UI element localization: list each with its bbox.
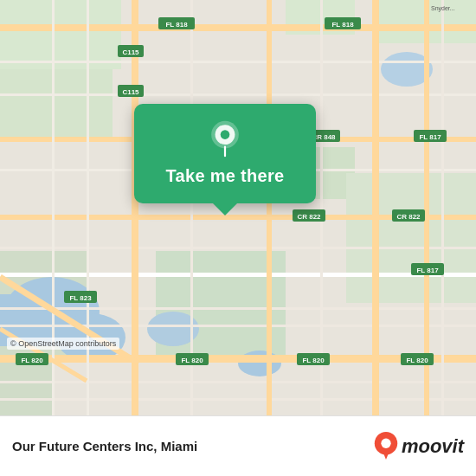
svg-text:C115: C115 [122,88,139,96]
svg-rect-2 [0,69,113,138]
bottom-bar: Our Future Centers Inc, Miami moovit [0,415,476,476]
svg-text:Snyder...: Snyder... [431,5,455,12]
svg-rect-8 [346,173,476,303]
svg-rect-22 [0,93,476,96]
map-svg: FL 818 FL 818 C115 C115 CR 848 FL 817 CR… [0,0,476,415]
svg-rect-1 [0,0,121,69]
svg-rect-28 [0,398,476,401]
svg-rect-19 [0,273,476,277]
svg-text:CR 822: CR 822 [297,213,321,221]
svg-text:CR 822: CR 822 [396,213,421,221]
location-info: Our Future Centers Inc, Miami [12,439,197,453]
svg-text:FL 823: FL 823 [69,294,92,302]
svg-rect-25 [0,307,476,310]
svg-point-71 [221,130,230,139]
svg-text:FL 818: FL 818 [331,21,354,29]
svg-rect-30 [267,0,272,415]
svg-text:FL 820: FL 820 [21,357,43,364]
svg-text:FL 817: FL 817 [419,133,441,141]
svg-rect-27 [0,381,476,383]
osm-attribution: © OpenStreetMap contributors [7,338,119,350]
svg-text:FL 820: FL 820 [302,357,325,364]
svg-text:C115: C115 [122,48,139,56]
svg-text:FL 820: FL 820 [406,357,428,364]
svg-text:FL 820: FL 820 [181,357,203,364]
svg-point-15 [238,351,281,376]
svg-rect-24 [0,247,476,249]
take-me-there-button[interactable]: Take me there [166,166,285,186]
svg-rect-34 [87,0,89,415]
moovit-logo: moovit [374,432,464,461]
map-pin-icon [206,119,244,158]
map-view: FL 818 FL 818 C115 C115 CR 848 FL 817 CR… [0,0,476,415]
moovit-pin-icon [374,432,398,461]
svg-text:FL 818: FL 818 [165,21,188,29]
svg-text:FL 817: FL 817 [416,267,439,274]
svg-rect-33 [52,0,55,415]
moovit-brand-text: moovit [402,435,464,458]
svg-rect-31 [372,0,379,415]
svg-marker-74 [383,451,389,459]
svg-rect-21 [0,61,476,63]
svg-point-73 [381,438,390,447]
popup-card: Take me there [134,104,316,203]
location-name: Our Future Centers Inc, Miami [12,439,197,453]
svg-rect-16 [0,24,476,31]
svg-rect-29 [132,0,138,415]
svg-rect-37 [441,0,444,415]
